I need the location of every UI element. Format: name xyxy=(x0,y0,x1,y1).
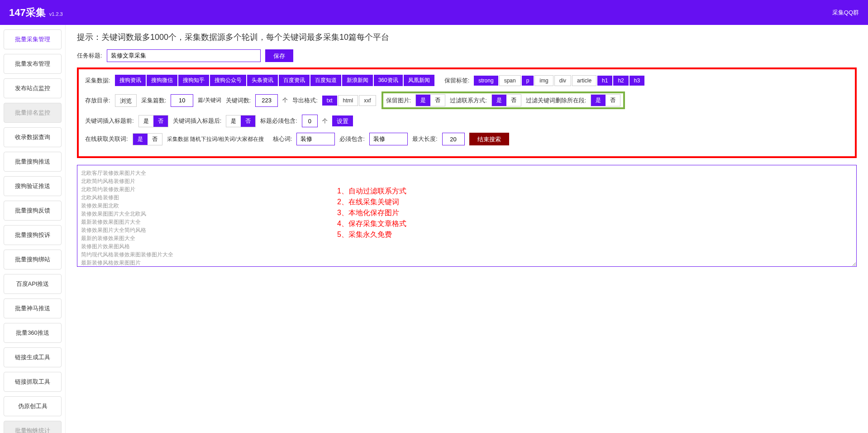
source-4[interactable]: 头条资讯 xyxy=(247,75,278,86)
source-8[interactable]: 360资讯 xyxy=(374,75,403,86)
source-5[interactable]: 百度资讯 xyxy=(279,75,310,86)
must-contain-label: 必须包含: xyxy=(339,135,365,143)
export-format-label: 导出格式: xyxy=(292,96,318,105)
max-length-input[interactable] xyxy=(442,133,465,145)
format-txt[interactable]: txt xyxy=(322,96,337,106)
sidebar-item-8[interactable]: 批量搜狗投诉 xyxy=(4,225,62,245)
format-xxf[interactable]: xxf xyxy=(359,95,376,106)
config-panel: 采集数据: 搜狗资讯搜狗微信搜狗知乎搜狗公众号头条资讯百度资讯百度知道新浪新闻3… xyxy=(77,67,857,158)
article-count-unit: 篇/关键词 xyxy=(198,96,221,104)
title-contain-unit: 个 xyxy=(322,117,328,125)
collect-data-label: 采集数据: xyxy=(85,77,110,85)
sidebar-item-1[interactable]: 批量发布管理 xyxy=(4,54,62,74)
insert-after-no[interactable]: 否 xyxy=(241,115,255,127)
source-9[interactable]: 凤凰新闻 xyxy=(404,75,434,86)
filter-contact-no[interactable]: 否 xyxy=(506,95,521,106)
source-6[interactable]: 百度知道 xyxy=(310,75,341,86)
source-2[interactable]: 搜狗知乎 xyxy=(178,75,209,86)
sidebar-item-16: 批量蜘蛛统计 xyxy=(4,421,62,433)
sidebar-item-5[interactable]: 批量搜狗推送 xyxy=(4,152,62,172)
sidebar-item-6[interactable]: 搜狗验证推送 xyxy=(4,176,62,196)
insert-before-label: 关键词插入标题前: xyxy=(85,117,134,125)
sidebar-item-12[interactable]: 批量360推送 xyxy=(4,323,62,343)
tag-img[interactable]: img xyxy=(534,75,553,86)
sidebar-item-0[interactable]: 批量采集管理 xyxy=(4,29,62,49)
core-word-input[interactable] xyxy=(296,133,335,145)
task-title-label: 任务标题: xyxy=(77,52,102,60)
online-keyword-label: 在线获取关联词: xyxy=(85,135,128,143)
insert-after-label: 关键词插入标题后: xyxy=(173,117,222,125)
sidebar-item-7[interactable]: 批量搜狗反馈 xyxy=(4,201,62,221)
filter-keyword-label: 过滤关键词删除所在段: xyxy=(526,96,587,105)
sidebar-item-2[interactable]: 发布站点监控 xyxy=(4,78,62,98)
source-7[interactable]: 新浪新闻 xyxy=(342,75,373,86)
keywords-textarea[interactable] xyxy=(77,165,857,267)
keep-tags-label: 保留标签: xyxy=(444,77,470,85)
sidebar-item-14[interactable]: 链接抓取工具 xyxy=(4,372,62,392)
sidebar-item-10[interactable]: 百度API推送 xyxy=(4,274,62,294)
tag-span[interactable]: span xyxy=(499,75,521,86)
sidebar-item-13[interactable]: 链接生成工具 xyxy=(4,347,62,367)
app-version: v1.2.3 xyxy=(49,11,63,17)
image-filter-box: 保留图片: 是 否 过滤联系方式: 是 否 过滤关键词删除所在段: 是 否 xyxy=(382,91,625,109)
filter-keyword-yes[interactable]: 是 xyxy=(591,95,606,106)
title-contain-input[interactable] xyxy=(302,115,318,127)
save-dir-label: 存放目录: xyxy=(85,96,110,105)
tag-h3[interactable]: h3 xyxy=(630,76,644,86)
source-3[interactable]: 搜狗公众号 xyxy=(210,75,246,86)
format-html[interactable]: html xyxy=(338,95,358,106)
insert-after-yes[interactable]: 是 xyxy=(226,115,241,127)
sidebar-item-15[interactable]: 伪原创工具 xyxy=(4,396,62,416)
filter-contact-yes[interactable]: 是 xyxy=(492,95,506,106)
source-1[interactable]: 搜狗微信 xyxy=(147,75,177,86)
keep-image-yes[interactable]: 是 xyxy=(416,95,430,106)
keep-image-no[interactable]: 否 xyxy=(430,95,445,106)
tag-p[interactable]: p xyxy=(522,76,534,86)
filter-keyword-no[interactable]: 否 xyxy=(606,95,620,106)
data-desc: 采集数据 随机下拉词/相关词/大家都在搜 xyxy=(167,135,264,143)
qq-group-link[interactable]: 采集QQ群 xyxy=(832,9,859,17)
source-0[interactable]: 搜狗资讯 xyxy=(115,75,146,86)
browse-button[interactable]: 浏览 xyxy=(115,94,137,107)
tag-div[interactable]: div xyxy=(554,75,571,86)
must-contain-input[interactable] xyxy=(369,133,408,145)
max-length-label: 最大长度: xyxy=(412,135,438,143)
online-keyword-no[interactable]: 否 xyxy=(148,134,162,145)
task-title-input[interactable] xyxy=(107,49,261,62)
filter-contact-label: 过滤联系方式: xyxy=(450,96,487,105)
sidebar-item-3: 批量排名监控 xyxy=(4,103,62,123)
app-title: 147采集 xyxy=(9,6,46,19)
tag-article[interactable]: article xyxy=(572,75,596,86)
sidebar-item-9[interactable]: 批量搜狗绑站 xyxy=(4,250,62,269)
tag-h1[interactable]: h1 xyxy=(597,76,612,86)
tip-text: 提示：关键词数最多1000个，采集数据源多个轮训，每个关键词最多采集10篇每个平… xyxy=(77,32,857,43)
set-button[interactable]: 设置 xyxy=(332,115,353,126)
end-search-button[interactable]: 结束搜索 xyxy=(469,133,509,145)
online-keyword-yes[interactable]: 是 xyxy=(133,134,148,145)
insert-before-no[interactable]: 否 xyxy=(153,115,168,127)
article-count-input[interactable] xyxy=(171,94,193,107)
main-content: 提示：关键词数最多1000个，采集数据源多个轮训，每个关键词最多采集10篇每个平… xyxy=(66,25,868,433)
article-count-label: 采集篇数: xyxy=(141,96,167,105)
title-contain-label: 标题必须包含: xyxy=(260,117,297,125)
save-button[interactable]: 保存 xyxy=(265,49,293,62)
tag-h2[interactable]: h2 xyxy=(613,76,628,86)
insert-before-yes[interactable]: 是 xyxy=(139,115,153,127)
tag-strong[interactable]: strong xyxy=(474,76,498,86)
keep-image-label: 保留图片: xyxy=(386,96,411,105)
sidebar-item-11[interactable]: 批量神马推送 xyxy=(4,298,62,318)
sidebar-item-4[interactable]: 收录数据查询 xyxy=(4,127,62,147)
keyword-count-input[interactable] xyxy=(255,94,278,107)
keyword-count-unit: 个 xyxy=(282,96,288,104)
keyword-count-label: 关键词数: xyxy=(226,96,251,105)
core-word-label: 核心词: xyxy=(273,135,292,143)
app-header: 147采集 v1.2.3 采集QQ群 xyxy=(0,0,868,25)
sidebar: 批量采集管理批量发布管理发布站点监控批量排名监控收录数据查询批量搜狗推送搜狗验证… xyxy=(0,25,66,433)
